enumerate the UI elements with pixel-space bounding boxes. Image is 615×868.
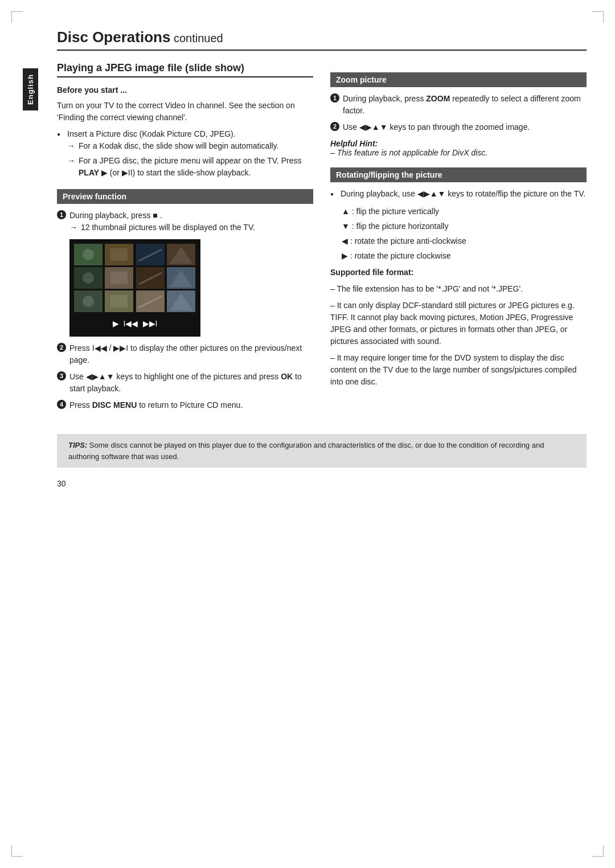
- step1-arrow: 12 thumbnail pictures will be displayed …: [69, 222, 313, 234]
- main-content: Disc Operations continued Playing a JPEG…: [57, 23, 587, 488]
- thumbnail-grid: [74, 244, 196, 312]
- hint-body: – This feature is not applicable for Div…: [330, 148, 587, 157]
- tips-text: Some discs cannot be played on this play…: [68, 441, 544, 461]
- zoom-steps: 1 During playback, press ZOOM repeatedly…: [330, 93, 587, 133]
- supported-p1: – The file extension has to be '*.JPG' a…: [330, 283, 587, 295]
- zoom-step2-text: Use ◀▶▲▼ keys to pan through the zoomed …: [343, 122, 530, 132]
- thumbnail-cell: [74, 267, 102, 289]
- step-number: 2: [57, 343, 66, 352]
- arrow2-text: For a JPEG disc, the picture menu will a…: [79, 156, 301, 165]
- preview-step-3: 3 Use ◀▶▲▼ keys to highlight one of the …: [57, 371, 313, 395]
- svg-rect-3: [110, 248, 128, 261]
- arrow-item-1: For a Kodak disc, the slide show will be…: [67, 140, 313, 152]
- tips-bar: TIPS: Some discs cannot be played on thi…: [57, 434, 587, 468]
- preview-step-4: 4 Press DISC MENU to return to Picture C…: [57, 399, 313, 411]
- thumbnail-cell: [74, 290, 102, 312]
- supported-p3: – It may require longer time for the DVD…: [330, 352, 587, 388]
- page-title-continued: continued: [170, 32, 223, 44]
- thumb-controls: ▶ I◀◀ ▶▶I: [74, 316, 196, 332]
- thumbnail-cell: [167, 290, 195, 312]
- zoom-bold: ZOOM: [426, 94, 450, 103]
- bullet-text: Insert a Picture disc (Kodak Picture CD,…: [67, 129, 236, 138]
- step-number: 1: [330, 93, 339, 103]
- bullet-list: Insert a Picture disc (Kodak Picture CD,…: [57, 128, 313, 179]
- sym-item-1: ▲ : flip the picture vertically: [330, 206, 587, 218]
- thumbnail-cell: [105, 290, 133, 312]
- arrow2-bold: PLAY: [79, 168, 99, 177]
- arrow-item-2: For a JPEG disc, the picture menu will a…: [67, 155, 313, 179]
- rotate-box: Rotating/flipping the picture: [330, 167, 587, 182]
- play-button[interactable]: ▶: [113, 318, 119, 330]
- two-column-layout: Playing a JPEG image file (slide show) B…: [57, 62, 587, 417]
- list-item: Insert a Picture disc (Kodak Picture CD,…: [57, 128, 313, 179]
- page-wrapper: English Disc Operations continued Playin…: [0, 0, 615, 868]
- step1-text: During playback, press ■ .: [69, 211, 162, 220]
- zoom-step-1: 1 During playback, press ZOOM repeatedly…: [330, 93, 587, 117]
- thumbnail-cell: [105, 267, 133, 289]
- right-column: Zoom picture 1 During playback, press ZO…: [330, 62, 587, 417]
- thumbnail-grid-container: ▶ I◀◀ ▶▶I: [69, 239, 200, 337]
- rotate-bullet-item: During playback, use ◀▶▲▼ keys to rotate…: [330, 188, 587, 200]
- page-title-text: Disc Operations: [57, 28, 170, 46]
- svg-rect-11: [110, 272, 128, 284]
- rotate-bullet-list: During playback, use ◀▶▲▼ keys to rotate…: [330, 188, 587, 200]
- zoom-step1-text: During playback, press: [343, 94, 426, 103]
- sym-item-2: ▼ : flip the picture horizontally: [330, 220, 587, 232]
- thumbnail-cell: [74, 244, 102, 265]
- step4-bold: DISC MENU: [92, 400, 137, 410]
- section-heading: Playing a JPEG image file (slide show): [57, 62, 313, 77]
- corner-mark-tl: [11, 11, 23, 23]
- thumbnail-cell: [105, 244, 133, 265]
- step4-cont: to return to Picture CD menu.: [137, 400, 243, 410]
- thumbnail-cell: [167, 244, 195, 265]
- sym-item-4: ▶ : rotate the picture clockwise: [330, 250, 587, 262]
- thumbnail-cell: [136, 244, 165, 265]
- page-number: 30: [57, 479, 587, 488]
- next-button[interactable]: ▶▶I: [143, 318, 158, 330]
- page-title: Disc Operations continued: [57, 28, 587, 51]
- zoom-step-2: 2 Use ◀▶▲▼ keys to pan through the zoome…: [330, 121, 587, 133]
- supported-p2: – It can only display DCF-standard still…: [330, 300, 587, 347]
- step-number: 3: [57, 371, 66, 380]
- thumbnail-cell: [136, 267, 165, 289]
- step2-text: Press I◀◀ / ▶▶I to display the other pic…: [69, 343, 302, 365]
- corner-mark-bl: [11, 845, 23, 857]
- preview-function-box: Preview function: [57, 189, 313, 204]
- hint-title: Helpful Hint:: [330, 139, 587, 148]
- sym-item-3: ◀ : rotate the picture anti-clockwise: [330, 235, 587, 247]
- arrow2-cont: ▶ (or ▶II) to start the slide-show playb…: [99, 168, 251, 177]
- step3-text: Use ◀▶▲▼ keys to highlight one of the pi…: [69, 372, 281, 381]
- thumbnail-cell: [167, 267, 195, 289]
- language-tab: English: [23, 68, 38, 110]
- supported-label: Supported file format:: [330, 268, 413, 277]
- step4-text: Press: [69, 400, 92, 410]
- left-column: Playing a JPEG image file (slide show) B…: [57, 62, 313, 417]
- thumbnail-cell: [136, 290, 165, 312]
- preview-step-2: 2 Press I◀◀ / ▶▶I to display the other p…: [57, 342, 313, 366]
- svg-point-17: [83, 296, 94, 307]
- svg-point-1: [83, 249, 94, 260]
- symbol-list: ▲ : flip the picture vertically ▼ : flip…: [330, 206, 587, 262]
- prev-button[interactable]: I◀◀: [124, 318, 138, 330]
- preview-step-1: 1 During playback, press ■ . 12 thumbnai…: [57, 210, 313, 337]
- before-start-text: Turn on your TV to the correct Video In …: [57, 100, 313, 124]
- corner-mark-br: [592, 845, 604, 857]
- helpful-hint: Helpful Hint: – This feature is not appl…: [330, 139, 587, 157]
- svg-rect-19: [110, 295, 128, 308]
- preview-steps: 1 During playback, press ■ . 12 thumbnai…: [57, 210, 313, 411]
- svg-point-9: [83, 272, 94, 284]
- step3-bold: OK: [281, 372, 293, 381]
- tips-label: TIPS:: [68, 441, 87, 449]
- supported-format: Supported file format: – The file extens…: [330, 267, 587, 388]
- zoom-picture-box: Zoom picture: [330, 72, 587, 87]
- corner-mark-tr: [592, 11, 604, 23]
- step-number: 2: [330, 122, 339, 131]
- step-number: 1: [57, 210, 66, 219]
- step-number: 4: [57, 400, 66, 409]
- before-start-label: Before you start ...: [57, 84, 313, 96]
